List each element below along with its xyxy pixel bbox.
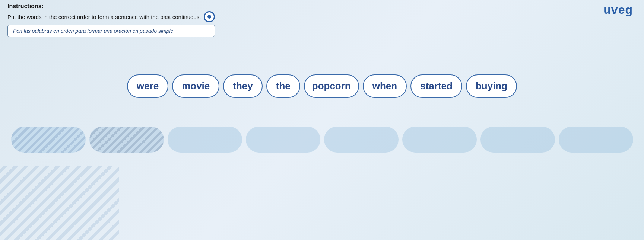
word-token-they[interactable]: they (223, 74, 262, 98)
drop-zone-1[interactable] (11, 127, 86, 153)
drop-zone-2[interactable] (89, 127, 164, 153)
instructions-text: Put the words in the correct order to fo… (7, 11, 215, 22)
logo: uveg (603, 3, 633, 17)
drop-zone-8[interactable] (559, 127, 633, 153)
decorative-stripes (0, 166, 119, 240)
word-token-movie[interactable]: movie (172, 74, 219, 98)
drop-zone-5[interactable] (324, 127, 399, 153)
drop-zone-6[interactable] (402, 127, 477, 153)
word-token-when[interactable]: when (363, 74, 407, 98)
word-token-started[interactable]: started (410, 74, 462, 98)
drop-zone-4[interactable] (246, 127, 320, 153)
translation-box: Pon las palabras en orden para formar un… (7, 25, 215, 37)
instructions-main-text: Put the words in the correct order to fo… (7, 14, 201, 20)
words-section: were movie they the popcorn when started… (0, 74, 644, 98)
drop-zone-3[interactable] (168, 127, 242, 153)
word-token-popcorn[interactable]: popcorn (304, 74, 359, 98)
instructions-area: Instructions: Put the words in the corre… (7, 3, 215, 37)
page-container: uveg Instructions: Put the words in the … (0, 0, 644, 240)
drop-zone-7[interactable] (480, 127, 555, 153)
audio-button[interactable] (204, 11, 215, 22)
drop-zones-section (0, 127, 644, 153)
word-token-were[interactable]: were (127, 74, 168, 98)
instructions-title: Instructions: (7, 3, 215, 10)
word-token-the[interactable]: the (266, 74, 300, 98)
word-token-buying[interactable]: buying (466, 74, 517, 98)
